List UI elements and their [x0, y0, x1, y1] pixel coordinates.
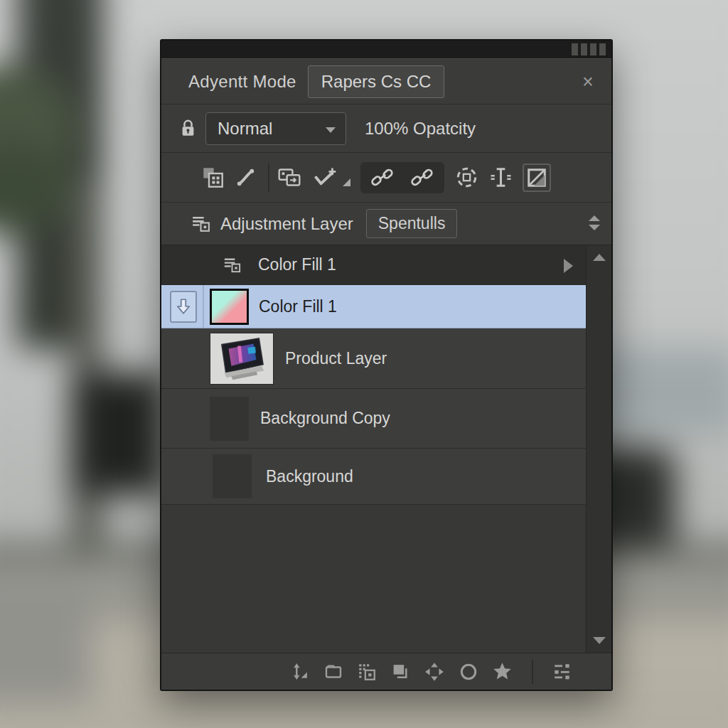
adjustment-layer-icon[interactable]	[190, 213, 212, 235]
layer-group-header-row[interactable]: Color Fill 1	[161, 245, 586, 285]
opacity-value[interactable]: 100% Opatcity	[365, 119, 476, 139]
link-icon[interactable]	[410, 166, 434, 189]
layer-thumbnail-product[interactable]	[210, 333, 274, 385]
color-fill-swatch[interactable]	[210, 289, 249, 325]
scroll-down-icon[interactable]	[593, 637, 606, 644]
toolbar-divider	[268, 164, 269, 192]
layer-list: Color Fill 1 Color Fill 1	[161, 245, 611, 653]
close-icon[interactable]: ×	[577, 71, 599, 92]
panel-title: Adyentt Mode	[188, 72, 296, 92]
diagonal-pen-icon[interactable]	[234, 166, 257, 189]
grip-bar	[590, 43, 596, 55]
flyout-corner-icon[interactable]	[343, 178, 350, 186]
target-dashed-icon[interactable]	[454, 165, 479, 190]
panel-grip-bars[interactable]	[572, 43, 606, 55]
layer-name[interactable]: Background Copy	[260, 409, 390, 428]
sort-chevrons-icon[interactable]	[589, 215, 600, 230]
grip-bar	[572, 43, 578, 55]
panel-header: Adyentt Mode Rapers Cs CC ×	[161, 60, 611, 105]
link-buttons-group	[360, 162, 444, 193]
layer-thumbnail-dark[interactable]	[213, 454, 252, 498]
blend-mode-value: Normal	[218, 119, 272, 139]
layers-panel: Adyentt Mode Rapers Cs CC × Normal 100% …	[160, 39, 613, 691]
grip-bar	[599, 43, 606, 55]
layer-name[interactable]: Color Fill 1	[259, 297, 337, 316]
layer-tools-toolbar	[161, 153, 611, 203]
adjustment-layer-icon	[222, 255, 242, 275]
clipping-grid-icon[interactable]	[201, 166, 225, 189]
adjustment-layer-label: Adjustment Layer	[220, 214, 353, 234]
layer-name[interactable]: Product Layer	[285, 349, 387, 368]
list-options-icon[interactable]	[552, 663, 572, 681]
download-arrow-icon[interactable]	[170, 291, 197, 323]
move-diamond-icon[interactable]	[424, 661, 445, 682]
adjustment-layer-row: Adjustment Layer Spentulls	[161, 203, 611, 245]
panel-bottom-toolbar	[161, 653, 611, 690]
blend-mode-row: Normal 100% Opatcity	[161, 105, 611, 153]
grip-bar	[581, 43, 587, 55]
adjustment-options-button[interactable]: Spentulls	[366, 209, 458, 238]
panel-tab-button[interactable]: Rapers Cs CC	[308, 65, 445, 98]
toolbar-divider	[532, 660, 533, 684]
star-icon[interactable]	[492, 661, 513, 682]
layer-row[interactable]: Background Copy	[161, 389, 586, 449]
layer-thumbnail-dark[interactable]	[210, 397, 249, 441]
background-furniture	[71, 373, 164, 494]
layer-row[interactable]: Product Layer	[161, 328, 586, 389]
background-planter	[0, 576, 92, 704]
lock-icon[interactable]	[180, 119, 197, 138]
layer-row[interactable]: Background	[161, 449, 586, 505]
distribute-transform-icon[interactable]	[488, 165, 513, 190]
layer-row-selected[interactable]: Color Fill 1	[161, 285, 586, 328]
crop-square-icon[interactable]	[523, 164, 551, 192]
folder-icon[interactable]	[323, 662, 343, 681]
scroll-up-icon[interactable]	[593, 254, 606, 261]
row-divider	[203, 285, 204, 328]
link-icon[interactable]	[370, 166, 395, 189]
layer-name: Color Fill 1	[258, 255, 336, 274]
chevron-down-icon	[326, 127, 336, 133]
duplicate-layer-icon[interactable]	[277, 166, 302, 189]
check-plus-icon[interactable]	[311, 166, 338, 189]
blend-mode-dropdown[interactable]: Normal	[205, 112, 346, 145]
layer-list-scrollbar[interactable]	[586, 245, 611, 653]
adjustment-grid-icon[interactable]	[357, 662, 377, 682]
new-layer-icon[interactable]	[390, 662, 410, 681]
resize-arrows-icon[interactable]	[291, 662, 310, 681]
expand-arrow-icon[interactable]	[564, 259, 573, 273]
panel-title-strip[interactable]	[161, 41, 611, 59]
layer-name[interactable]: Background	[266, 467, 353, 486]
circle-icon[interactable]	[459, 662, 478, 682]
